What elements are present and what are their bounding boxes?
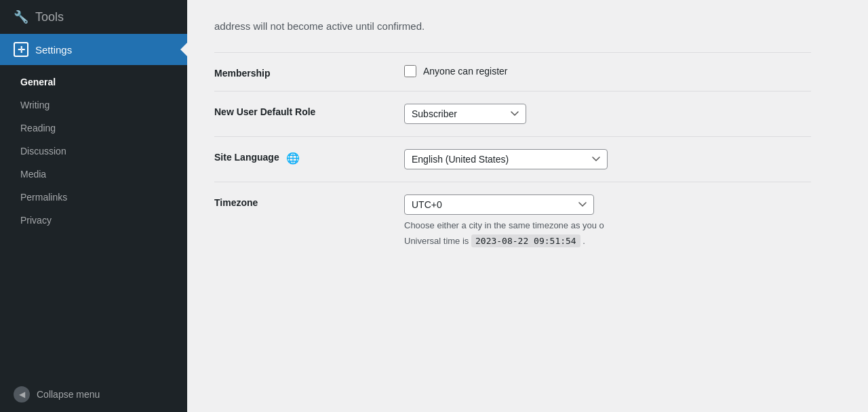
utc-value: 2023-08-22 09:51:54 — [471, 234, 580, 247]
translate-icon: 🌐 — [286, 152, 300, 165]
sidebar-item-general[interactable]: General — [0, 70, 187, 94]
membership-control: Anyone can register — [404, 65, 811, 77]
sidebar-item-permalinks[interactable]: Permalinks — [0, 186, 187, 209]
site-language-select[interactable]: English (United States) English (UK) Fre… — [404, 149, 608, 169]
collapse-label: Collapse menu — [37, 389, 100, 400]
membership-row: Membership Anyone can register — [214, 52, 811, 91]
sidebar-item-discussion[interactable]: Discussion — [0, 140, 187, 163]
settings-label: Settings — [35, 44, 72, 56]
sidebar-item-tools[interactable]: 🔧 Tools — [0, 0, 187, 34]
timezone-row: Timezone UTC+0 UTC+1 UTC+2 UTC-5 UTC-8 C… — [214, 182, 811, 258]
sidebar-item-settings[interactable]: ✛ Settings — [0, 34, 187, 65]
timezone-select[interactable]: UTC+0 UTC+1 UTC+2 UTC-5 UTC-8 — [404, 194, 594, 215]
default-role-row: New User Default Role Subscriber Contrib… — [214, 91, 811, 136]
sidebar-item-privacy[interactable]: Privacy — [0, 209, 187, 232]
tools-icon: 🔧 — [14, 9, 28, 24]
site-language-row: Site Language 🌐 English (United States) … — [214, 136, 811, 182]
settings-nav: General Writing Reading Discussion Media… — [0, 65, 187, 237]
main-content: address will not become active until con… — [187, 0, 868, 412]
sidebar-item-reading[interactable]: Reading — [0, 117, 187, 140]
membership-label: Membership — [214, 65, 404, 79]
site-language-control: English (United States) English (UK) Fre… — [404, 149, 811, 169]
default-role-select[interactable]: Subscriber Contributor Author Editor Adm… — [404, 104, 526, 124]
timezone-hint: Choose either a city in the same timezon… — [404, 220, 811, 230]
timezone-control: UTC+0 UTC+1 UTC+2 UTC-5 UTC-8 Choose eit… — [404, 194, 811, 246]
sidebar-item-media[interactable]: Media — [0, 163, 187, 186]
default-role-label: New User Default Role — [214, 104, 404, 117]
settings-icon: ✛ — [14, 42, 28, 57]
membership-checkbox-text: Anyone can register — [423, 66, 508, 77]
collapse-icon: ◀ — [14, 386, 30, 403]
top-notice: address will not become active until con… — [214, 14, 811, 32]
sidebar-item-writing[interactable]: Writing — [0, 94, 187, 117]
tools-label: Tools — [35, 10, 64, 24]
active-indicator — [180, 43, 187, 56]
utc-display: Universal time is 2023-08-22 09:51:54 . — [404, 236, 811, 246]
membership-checkbox[interactable] — [404, 65, 416, 77]
sidebar: 🔧 Tools ✛ Settings General Writing Readi… — [0, 0, 187, 412]
membership-checkbox-label[interactable]: Anyone can register — [404, 65, 811, 77]
default-role-control: Subscriber Contributor Author Editor Adm… — [404, 104, 811, 124]
timezone-label: Timezone — [214, 194, 404, 208]
collapse-menu-button[interactable]: ◀ Collapse menu — [0, 377, 187, 412]
site-language-label: Site Language 🌐 — [214, 149, 404, 165]
